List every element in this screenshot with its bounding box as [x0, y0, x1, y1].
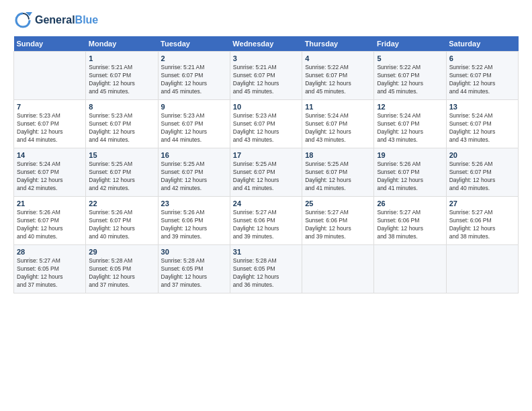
day-info: Sunrise: 5:22 AMSunset: 6:07 PMDaylight:…	[305, 64, 371, 96]
calendar-cell: 7Sunrise: 5:23 AMSunset: 6:07 PMDaylight…	[14, 100, 86, 148]
weekday-header-sunday: Sunday	[14, 36, 86, 52]
day-info: Sunrise: 5:21 AMSunset: 6:07 PMDaylight:…	[161, 64, 227, 96]
day-number: 18	[305, 151, 371, 159]
day-number: 9	[161, 103, 227, 111]
day-number: 28	[17, 248, 83, 256]
calendar-cell: 4Sunrise: 5:22 AMSunset: 6:07 PMDaylight…	[302, 52, 374, 100]
day-info: Sunrise: 5:26 AMSunset: 6:07 PMDaylight:…	[17, 209, 83, 241]
calendar-cell: 25Sunrise: 5:27 AMSunset: 6:06 PMDayligh…	[302, 197, 374, 245]
day-info: Sunrise: 5:27 AMSunset: 6:06 PMDaylight:…	[233, 209, 299, 241]
calendar-cell: 30Sunrise: 5:28 AMSunset: 6:05 PMDayligh…	[158, 245, 230, 293]
calendar-cell: 21Sunrise: 5:26 AMSunset: 6:07 PMDayligh…	[14, 197, 86, 245]
day-number: 3	[233, 54, 299, 62]
weekday-header-row: SundayMondayTuesdayWednesdayThursdayFrid…	[14, 36, 519, 52]
day-number: 24	[233, 199, 299, 208]
calendar-cell: 11Sunrise: 5:24 AMSunset: 6:07 PMDayligh…	[302, 100, 374, 148]
day-number: 29	[89, 248, 154, 256]
calendar-cell: 6Sunrise: 5:22 AMSunset: 6:07 PMDaylight…	[446, 52, 518, 100]
calendar-cell: 23Sunrise: 5:26 AMSunset: 6:06 PMDayligh…	[158, 197, 230, 245]
day-number: 4	[305, 54, 371, 62]
day-number: 21	[17, 199, 83, 208]
logo-icon	[13, 11, 32, 30]
day-number: 16	[161, 151, 227, 159]
day-number: 2	[161, 54, 227, 62]
calendar-cell	[374, 245, 446, 293]
calendar-cell: 5Sunrise: 5:22 AMSunset: 6:07 PMDaylight…	[374, 52, 446, 100]
weekday-header-tuesday: Tuesday	[158, 36, 230, 52]
calendar-cell: 1Sunrise: 5:21 AMSunset: 6:07 PMDaylight…	[86, 52, 158, 100]
day-info: Sunrise: 5:22 AMSunset: 6:07 PMDaylight:…	[449, 64, 515, 96]
calendar-cell: 13Sunrise: 5:24 AMSunset: 6:07 PMDayligh…	[446, 100, 518, 148]
day-info: Sunrise: 5:23 AMSunset: 6:07 PMDaylight:…	[89, 112, 154, 144]
week-row-4: 21Sunrise: 5:26 AMSunset: 6:07 PMDayligh…	[14, 197, 519, 245]
day-info: Sunrise: 5:23 AMSunset: 6:07 PMDaylight:…	[161, 112, 227, 144]
calendar-cell: 18Sunrise: 5:25 AMSunset: 6:07 PMDayligh…	[302, 148, 374, 197]
calendar-cell: 3Sunrise: 5:21 AMSunset: 6:07 PMDaylight…	[230, 52, 302, 100]
weekday-header-wednesday: Wednesday	[230, 36, 302, 52]
day-number: 20	[449, 151, 515, 159]
calendar-cell: 29Sunrise: 5:28 AMSunset: 6:05 PMDayligh…	[86, 245, 158, 293]
day-info: Sunrise: 5:27 AMSunset: 6:06 PMDaylight:…	[305, 209, 371, 241]
day-info: Sunrise: 5:24 AMSunset: 6:07 PMDaylight:…	[17, 161, 83, 193]
day-info: Sunrise: 5:27 AMSunset: 6:06 PMDaylight:…	[377, 209, 443, 241]
day-number: 23	[161, 199, 227, 208]
day-info: Sunrise: 5:24 AMSunset: 6:07 PMDaylight:…	[377, 112, 443, 144]
day-number: 13	[449, 103, 515, 111]
day-info: Sunrise: 5:23 AMSunset: 6:07 PMDaylight:…	[233, 112, 299, 144]
day-info: Sunrise: 5:27 AMSunset: 6:05 PMDaylight:…	[17, 257, 83, 289]
calendar-cell: 9Sunrise: 5:23 AMSunset: 6:07 PMDaylight…	[158, 100, 230, 148]
day-info: Sunrise: 5:27 AMSunset: 6:06 PMDaylight:…	[449, 209, 515, 241]
week-row-5: 28Sunrise: 5:27 AMSunset: 6:05 PMDayligh…	[14, 245, 519, 293]
calendar-cell: 17Sunrise: 5:25 AMSunset: 6:07 PMDayligh…	[230, 148, 302, 197]
day-number: 1	[89, 54, 154, 62]
day-info: Sunrise: 5:28 AMSunset: 6:05 PMDaylight:…	[233, 257, 299, 289]
weekday-header-saturday: Saturday	[446, 36, 518, 52]
calendar-cell: 12Sunrise: 5:24 AMSunset: 6:07 PMDayligh…	[374, 100, 446, 148]
week-row-2: 7Sunrise: 5:23 AMSunset: 6:07 PMDaylight…	[14, 100, 519, 148]
day-number: 6	[449, 54, 515, 62]
day-number: 12	[377, 103, 443, 111]
week-row-3: 14Sunrise: 5:24 AMSunset: 6:07 PMDayligh…	[14, 148, 519, 197]
day-info: Sunrise: 5:24 AMSunset: 6:07 PMDaylight:…	[305, 112, 371, 144]
calendar-cell: 2Sunrise: 5:21 AMSunset: 6:07 PMDaylight…	[158, 52, 230, 100]
day-number: 10	[233, 103, 299, 111]
weekday-header-thursday: Thursday	[302, 36, 374, 52]
calendar-cell: 31Sunrise: 5:28 AMSunset: 6:05 PMDayligh…	[230, 245, 302, 293]
day-info: Sunrise: 5:22 AMSunset: 6:07 PMDaylight:…	[377, 64, 443, 96]
page-container: GeneralBlue SundayMondayTuesdayWednesday…	[0, 0, 532, 300]
calendar-cell: 19Sunrise: 5:26 AMSunset: 6:07 PMDayligh…	[374, 148, 446, 197]
day-info: Sunrise: 5:25 AMSunset: 6:07 PMDaylight:…	[305, 161, 371, 193]
day-number: 22	[89, 199, 154, 208]
day-number: 31	[233, 248, 299, 256]
calendar-cell: 26Sunrise: 5:27 AMSunset: 6:06 PMDayligh…	[374, 197, 446, 245]
day-number: 19	[377, 151, 443, 159]
day-number: 14	[17, 151, 83, 159]
day-number: 27	[449, 199, 515, 208]
day-info: Sunrise: 5:24 AMSunset: 6:07 PMDaylight:…	[449, 112, 515, 144]
day-number: 25	[305, 199, 371, 208]
day-number: 15	[89, 151, 154, 159]
calendar-cell	[446, 245, 518, 293]
day-number: 5	[377, 54, 443, 62]
calendar-cell	[302, 245, 374, 293]
day-info: Sunrise: 5:26 AMSunset: 6:07 PMDaylight:…	[377, 161, 443, 193]
day-number: 7	[17, 103, 83, 111]
day-number: 8	[89, 103, 154, 111]
logo: GeneralBlue	[13, 11, 98, 30]
calendar-cell: 10Sunrise: 5:23 AMSunset: 6:07 PMDayligh…	[230, 100, 302, 148]
calendar-cell: 22Sunrise: 5:26 AMSunset: 6:07 PMDayligh…	[86, 197, 158, 245]
day-info: Sunrise: 5:25 AMSunset: 6:07 PMDaylight:…	[233, 161, 299, 193]
calendar-cell: 16Sunrise: 5:25 AMSunset: 6:07 PMDayligh…	[158, 148, 230, 197]
day-info: Sunrise: 5:28 AMSunset: 6:05 PMDaylight:…	[89, 257, 154, 289]
day-number: 11	[305, 103, 371, 111]
week-row-1: 1Sunrise: 5:21 AMSunset: 6:07 PMDaylight…	[14, 52, 519, 100]
day-info: Sunrise: 5:25 AMSunset: 6:07 PMDaylight:…	[161, 161, 227, 193]
day-info: Sunrise: 5:28 AMSunset: 6:05 PMDaylight:…	[161, 257, 227, 289]
day-info: Sunrise: 5:26 AMSunset: 6:07 PMDaylight:…	[89, 209, 154, 241]
day-info: Sunrise: 5:23 AMSunset: 6:07 PMDaylight:…	[17, 112, 83, 144]
calendar-cell: 14Sunrise: 5:24 AMSunset: 6:07 PMDayligh…	[14, 148, 86, 197]
calendar-cell: 24Sunrise: 5:27 AMSunset: 6:06 PMDayligh…	[230, 197, 302, 245]
weekday-header-monday: Monday	[86, 36, 158, 52]
logo-text: GeneralBlue	[35, 14, 98, 26]
day-info: Sunrise: 5:21 AMSunset: 6:07 PMDaylight:…	[233, 64, 299, 96]
